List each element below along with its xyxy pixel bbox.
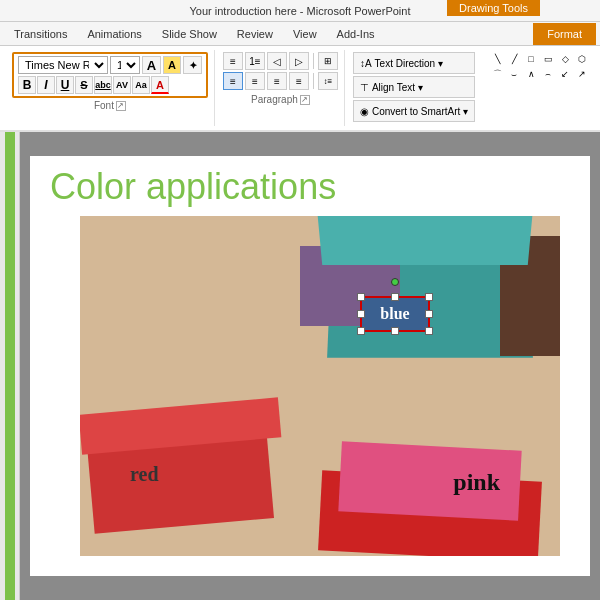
shape-btn-3[interactable]: □ — [523, 52, 539, 66]
handle-tm[interactable] — [391, 293, 399, 301]
shape-btn-11[interactable]: ↙ — [557, 67, 573, 81]
slide-image: red pink blue — [80, 216, 560, 556]
shape-btn-12[interactable]: ↗ — [574, 67, 590, 81]
shapes-grid: ╲ ╱ □ ▭ ◇ ⬡ ⌒ ⌣ ∧ ⌢ ↙ ↗ — [489, 52, 588, 81]
font-group: Times New Roman 18 A A ✦ B I U S abc AV … — [6, 50, 215, 126]
box-teal-lid — [318, 216, 533, 265]
paragraph-group-expand[interactable]: ↗ — [300, 95, 310, 105]
tab-transitions[interactable]: Transitions — [4, 23, 77, 45]
ribbon: Times New Roman 18 A A ✦ B I U S abc AV … — [0, 46, 600, 132]
shapes-group: ╲ ╱ □ ▭ ◇ ⬡ ⌒ ⌣ ∧ ⌢ ↙ ↗ — [483, 50, 594, 126]
text-direction-button[interactable]: ↕A Text Direction ▾ — [353, 52, 475, 74]
shape-btn-5[interactable]: ◇ — [557, 52, 573, 66]
bullets-button[interactable]: ≡ — [223, 52, 243, 70]
shape-btn-9[interactable]: ∧ — [523, 67, 539, 81]
shape-btn-4[interactable]: ▭ — [540, 52, 556, 66]
tab-addins[interactable]: Add-Ins — [327, 23, 385, 45]
left-panel — [0, 132, 20, 600]
paragraph-group: ≡ 1≡ ◁ ▷ ⊞ ≡ ≡ ≡ ≡ ↕≡ Paragraph ↗ — [217, 50, 345, 126]
shape-btn-2[interactable]: ╱ — [506, 52, 522, 66]
handle-mr[interactable] — [425, 310, 433, 318]
clear-format-button[interactable]: ✦ — [183, 56, 202, 74]
font-group-expand[interactable]: ↗ — [116, 101, 126, 111]
ribbon-tabs: Transitions Animations Slide Show Review… — [0, 22, 600, 46]
textdir-group: ↕A Text Direction ▾ ⊤ Align Text ▾ ◉ Con… — [347, 50, 481, 126]
shadow-button[interactable]: abc — [94, 76, 112, 94]
shapes-group-label — [489, 83, 588, 94]
tab-review[interactable]: Review — [227, 23, 283, 45]
change-case-button[interactable]: Aa — [132, 76, 150, 94]
columns-button[interactable]: ⊞ — [318, 52, 338, 70]
decrease-indent-button[interactable]: ◁ — [267, 52, 287, 70]
shape-btn-1[interactable]: ╲ — [489, 52, 505, 66]
slide[interactable]: Color applications red — [30, 156, 590, 576]
shape-btn-10[interactable]: ⌢ — [540, 67, 556, 81]
tab-animations[interactable]: Animations — [77, 23, 151, 45]
handle-ml[interactable] — [357, 310, 365, 318]
handle-tl[interactable] — [357, 293, 365, 301]
tab-view[interactable]: View — [283, 23, 327, 45]
align-left-button[interactable]: ≡ — [223, 72, 243, 90]
shape-btn-6[interactable]: ⬡ — [574, 52, 590, 66]
convert-smartart-button[interactable]: ◉ Convert to SmartArt ▾ — [353, 100, 475, 122]
decrease-font-button[interactable]: A — [163, 56, 182, 74]
font-row1: Times New Roman 18 A A ✦ — [18, 56, 202, 74]
drawing-tools-tab: Drawing Tools — [447, 0, 540, 16]
blue-textbox[interactable]: blue — [360, 296, 430, 332]
numbered-button[interactable]: 1≡ — [245, 52, 265, 70]
blue-textbox-label: blue — [380, 305, 409, 323]
align-right-button[interactable]: ≡ — [267, 72, 287, 90]
rotate-handle[interactable] — [391, 278, 399, 286]
align-text-button[interactable]: ⊤ Align Text ▾ — [353, 76, 475, 98]
italic-button[interactable]: I — [37, 76, 55, 94]
bold-button[interactable]: B — [18, 76, 36, 94]
label-red: red — [130, 463, 159, 486]
aligntext-icon: ⊤ — [360, 82, 369, 93]
tab-format[interactable]: Format — [533, 23, 596, 45]
smartart-icon: ◉ — [360, 106, 369, 117]
slide-title: Color applications — [50, 166, 336, 208]
main-area: Color applications red — [0, 132, 600, 600]
justify-button[interactable]: ≡ — [289, 72, 309, 90]
handle-bm[interactable] — [391, 327, 399, 335]
font-group-label: Font ↗ — [12, 100, 208, 111]
strikethrough-button[interactable]: S — [75, 76, 93, 94]
handle-br[interactable] — [425, 327, 433, 335]
sep2 — [313, 73, 314, 89]
char-spacing-button[interactable]: AV — [113, 76, 131, 94]
font-name-select[interactable]: Times New Roman — [18, 56, 108, 74]
slide-area: Color applications red — [20, 132, 600, 600]
font-row2: B I U S abc AV Aa A — [18, 76, 202, 94]
shape-btn-8[interactable]: ⌣ — [506, 67, 522, 81]
underline-button[interactable]: U — [56, 76, 74, 94]
textdir-icon: ↕A — [360, 58, 372, 69]
font-size-select[interactable]: 18 — [110, 56, 140, 74]
font-color-button[interactable]: A — [151, 76, 169, 94]
textdir-buttons: ↕A Text Direction ▾ ⊤ Align Text ▾ ◉ Con… — [353, 52, 475, 122]
increase-font-button[interactable]: A — [142, 56, 161, 74]
green-bar — [5, 132, 15, 600]
handle-bl[interactable] — [357, 327, 365, 335]
tab-slideshow[interactable]: Slide Show — [152, 23, 227, 45]
handle-tr[interactable] — [425, 293, 433, 301]
label-pink: pink — [453, 469, 500, 496]
para-row2: ≡ ≡ ≡ ≡ ↕≡ — [223, 72, 338, 90]
align-center-button[interactable]: ≡ — [245, 72, 265, 90]
line-spacing-button[interactable]: ↕≡ — [318, 72, 338, 90]
shape-btn-7[interactable]: ⌒ — [489, 67, 505, 81]
increase-indent-button[interactable]: ▷ — [289, 52, 309, 70]
para-row1: ≡ 1≡ ◁ ▷ ⊞ — [223, 52, 338, 70]
font-group-box: Times New Roman 18 A A ✦ B I U S abc AV … — [12, 52, 208, 98]
sep1 — [313, 53, 314, 69]
paragraph-group-label: Paragraph ↗ — [223, 94, 338, 105]
title-bar: Your introduction here - Microsoft Power… — [0, 0, 600, 22]
